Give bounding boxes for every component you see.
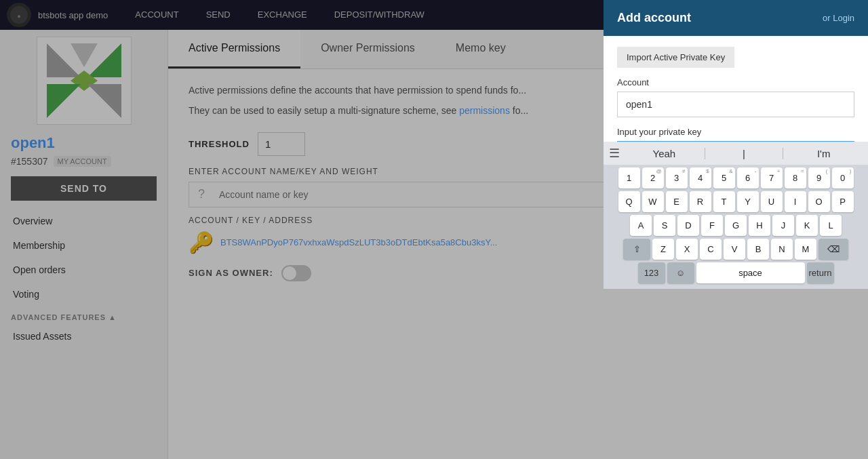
key-c[interactable]: C xyxy=(700,239,722,260)
key-m[interactable]: M xyxy=(795,239,816,260)
emoji-key[interactable]: ☺ xyxy=(667,262,694,283)
asdf-row: A S D F G H J K L xyxy=(605,215,867,236)
key-a[interactable]: A xyxy=(630,215,652,236)
bottom-row: 123 ☺ space return xyxy=(605,262,867,283)
key-p[interactable]: P xyxy=(832,191,854,212)
key-r[interactable]: R xyxy=(690,191,711,212)
key-1[interactable]: 1 xyxy=(618,167,640,188)
keyboard-suggestion-row: ☰ Yeah | I'm xyxy=(604,142,868,165)
key-x[interactable]: X xyxy=(676,239,698,260)
keyboard-rows: 1 2@ 3# 4$ 5& 6- 7+ 8= 9( 0) Q W E R T Y… xyxy=(604,165,868,289)
key-o[interactable]: O xyxy=(808,191,830,212)
key-8[interactable]: 8= xyxy=(785,167,806,188)
key-q[interactable]: Q xyxy=(618,191,640,212)
key-n[interactable]: N xyxy=(771,239,793,260)
suggestion-i[interactable]: | xyxy=(705,148,784,159)
key-v[interactable]: V xyxy=(724,239,745,260)
key-d[interactable]: D xyxy=(677,215,699,236)
import-active-key-button[interactable]: Import Active Private Key xyxy=(617,47,734,68)
key-u[interactable]: U xyxy=(761,191,783,212)
panel-header: Add account or Login xyxy=(604,0,868,36)
key-5[interactable]: 5& xyxy=(713,167,735,188)
account-input[interactable] xyxy=(617,92,854,117)
key-9[interactable]: 9( xyxy=(808,167,830,188)
key-j[interactable]: J xyxy=(772,215,794,236)
key-f[interactable]: F xyxy=(701,215,723,236)
key-z[interactable]: Z xyxy=(652,239,674,260)
key-l[interactable]: L xyxy=(820,215,842,236)
key-3[interactable]: 3# xyxy=(666,167,688,188)
account-label: Account xyxy=(617,77,854,87)
add-account-panel: Add account or Login Import Active Priva… xyxy=(604,0,868,289)
key-g[interactable]: G xyxy=(725,215,747,236)
key-0[interactable]: 0) xyxy=(832,167,854,188)
keyboard-menu-icon[interactable]: ☰ xyxy=(609,146,620,161)
key-h[interactable]: H xyxy=(749,215,770,236)
number-row: 1 2@ 3# 4$ 5& 6- 7+ 8= 9( 0) xyxy=(605,167,867,188)
keyboard-area: ☰ Yeah | I'm 1 2@ 3# 4$ 5& 6- 7+ 8= 9( 0… xyxy=(604,142,868,289)
key-w[interactable]: W xyxy=(642,191,664,212)
suggestion-yeah[interactable]: Yeah xyxy=(625,148,703,159)
key-t[interactable]: T xyxy=(713,191,735,212)
or-login-link[interactable]: or Login xyxy=(823,13,854,23)
panel-title: Add account xyxy=(617,11,691,25)
delete-key[interactable]: ⌫ xyxy=(818,239,848,260)
zxcv-row: ⇧ Z X C V B N M ⌫ xyxy=(605,239,867,260)
key-b[interactable]: B xyxy=(747,239,769,260)
key-i[interactable]: I xyxy=(785,191,806,212)
numbers-key[interactable]: 123 xyxy=(638,262,665,283)
key-7[interactable]: 7+ xyxy=(761,167,783,188)
return-key[interactable]: return xyxy=(807,262,834,283)
key-6[interactable]: 6- xyxy=(737,167,759,188)
private-key-label: Input your private key xyxy=(617,127,854,137)
key-s[interactable]: S xyxy=(654,215,675,236)
qwerty-row: Q W E R T Y U I O P xyxy=(605,191,867,212)
shift-key[interactable]: ⇧ xyxy=(623,239,650,260)
suggestion-im[interactable]: I'm xyxy=(785,148,863,159)
space-key[interactable]: space xyxy=(696,262,805,283)
key-y[interactable]: Y xyxy=(737,191,759,212)
key-k[interactable]: K xyxy=(796,215,818,236)
key-e[interactable]: E xyxy=(666,191,688,212)
key-2[interactable]: 2@ xyxy=(642,167,664,188)
key-4[interactable]: 4$ xyxy=(690,167,711,188)
